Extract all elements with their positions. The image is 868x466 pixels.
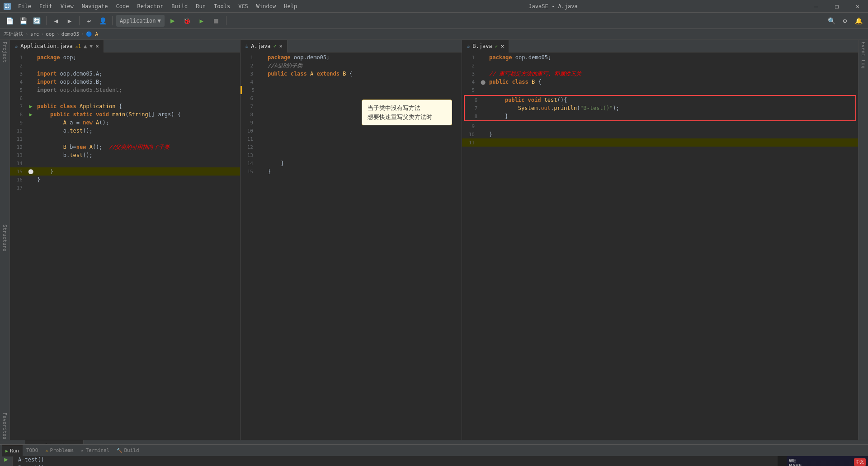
breadcrumb-item-oop[interactable]: oop xyxy=(46,31,55,37)
menu-vcs[interactable]: VCS xyxy=(235,2,252,10)
terminal-tab[interactable]: ▸ Terminal xyxy=(77,445,113,456)
code-line: 10 a.test(); xyxy=(10,127,240,135)
new-file-button[interactable]: 📄 xyxy=(4,15,15,27)
tab-close-2[interactable]: ✕ xyxy=(279,43,283,49)
sync-button[interactable]: 🔄 xyxy=(31,15,42,27)
code-line: 13 xyxy=(241,151,462,159)
forward-button[interactable]: ▶ xyxy=(64,15,75,27)
code-line: 5 xyxy=(462,86,858,94)
open-button[interactable]: 💾 xyxy=(17,15,29,27)
menu-navigate[interactable]: Navigate xyxy=(78,2,112,10)
code-line: 11 xyxy=(10,135,240,143)
titlebar: IJ File Edit View Navigate Code Refactor… xyxy=(0,0,868,13)
file-icon-2: ☕ xyxy=(245,43,248,49)
user-button[interactable]: 👤 xyxy=(97,15,108,27)
project-panel-label[interactable]: Project xyxy=(0,42,9,62)
minimize-button[interactable]: — xyxy=(806,0,826,13)
run-config-dropdown-icon: ▼ xyxy=(157,18,160,24)
tab-close-3[interactable]: ✕ xyxy=(501,43,504,49)
tab-close-1[interactable]: ✕ xyxy=(95,43,99,49)
code-line: 3 // 重写都是方法的重写, 和属性无关 xyxy=(462,70,858,78)
menu-help[interactable]: Help xyxy=(280,2,301,10)
build-label: Build xyxy=(124,447,139,453)
tab-b-java[interactable]: ☕ B.java ✓ ✕ xyxy=(462,40,509,52)
code-line: 4 import oop.demo05.B; xyxy=(10,78,240,86)
code-line: 10 } xyxy=(462,130,858,138)
toolbar-sep-1 xyxy=(46,16,47,25)
code-line: 3 public class A extends B { xyxy=(241,70,462,78)
code-line: 1 package oop; xyxy=(10,53,240,62)
todo-tab[interactable]: TODO xyxy=(23,445,42,456)
tab-label-3: B.java xyxy=(472,43,492,49)
run-config-selector[interactable]: Application ▼ xyxy=(116,15,165,27)
menu-code[interactable]: Code xyxy=(113,2,133,10)
structure-panel-label[interactable]: Structure xyxy=(0,224,9,252)
code-line: 1 package oop.demo05; xyxy=(462,53,858,62)
close-button[interactable]: ✕ xyxy=(847,0,868,13)
mascot-image: 🐼 🐻 中文 WEBAREBEARS xyxy=(787,456,868,466)
breadcrumb-sep-3: › xyxy=(57,31,60,37)
tab-warning-1: ⚠1 xyxy=(75,44,81,49)
update-button[interactable]: 🔔 xyxy=(853,15,864,27)
code-line: 11 xyxy=(462,138,858,147)
code-line: 14 xyxy=(10,159,240,167)
code-line: 11 xyxy=(241,135,462,143)
back-button[interactable]: ◀ xyxy=(50,15,62,27)
output-text: A-test() xyxy=(18,456,44,463)
menu-refactor[interactable]: Refactor xyxy=(133,2,167,10)
breadcrumb-item-a[interactable]: 🔵 A xyxy=(86,31,98,37)
maximize-button[interactable]: ❐ xyxy=(826,0,847,13)
tab-application-java[interactable]: ☕ Application.java ⚠1 ▲ ▼ ✕ xyxy=(10,40,104,52)
menu-tools[interactable]: Tools xyxy=(210,2,234,10)
debug-button[interactable]: 🐞 xyxy=(181,14,193,27)
undo-button[interactable]: ↩ xyxy=(83,15,95,27)
toolbar-sep-4 xyxy=(226,16,226,25)
run-button[interactable]: ▶ xyxy=(166,14,179,27)
bubble-line-1: 当子类中没有写方法 xyxy=(368,104,446,113)
bottom-tool-tabs: ▶ Run TODO ⚠ Problems ▸ Terminal 🔨 Build xyxy=(0,444,868,456)
tab-label-1: Application.java xyxy=(20,43,73,49)
breadcrumb: 基础语法 › src › oop › demo05 › 🔵 A xyxy=(0,29,868,40)
breadcrumb-item-src[interactable]: src xyxy=(30,31,39,37)
stop-button[interactable]: ■ xyxy=(210,14,222,27)
run-with-coverage-button[interactable]: ▶ xyxy=(195,14,208,27)
tab-a-java[interactable]: ☕ A.java ✓ ✕ xyxy=(241,40,288,52)
code-line: 7 ▶ public class Application { xyxy=(10,102,240,110)
menu-view[interactable]: View xyxy=(57,2,77,10)
settings-button[interactable]: ⚙ xyxy=(839,15,851,27)
code-line: 15 } xyxy=(241,167,462,176)
menu-build[interactable]: Build xyxy=(168,2,191,10)
run-bottom-tab[interactable]: ▶ Run xyxy=(2,445,23,456)
build-tab[interactable]: 🔨 Build xyxy=(113,445,142,456)
terminal-icon: ▸ xyxy=(81,448,84,453)
run-bottom-icon: ▶ xyxy=(5,448,8,453)
editor-panel-3: ☕ B.java ✓ ✕ 1 package oop.demo05; 2 xyxy=(462,40,858,440)
code-line: 10 xyxy=(241,127,462,135)
build-icon: 🔨 xyxy=(117,448,122,453)
menu-run[interactable]: Run xyxy=(192,2,209,10)
editor-panel-1: ☕ Application.java ⚠1 ▲ ▼ ✕ 1 package oo… xyxy=(10,40,241,440)
code-line: 6 public void test(){ xyxy=(465,96,855,104)
tab-gutter-up[interactable]: ▲ xyxy=(84,43,87,49)
code-line: 2 xyxy=(10,62,240,70)
menu-window[interactable]: Window xyxy=(253,2,279,10)
menu-edit[interactable]: Edit xyxy=(36,2,56,10)
editor-2-tabs: ☕ A.java ✓ ✕ xyxy=(241,40,462,52)
right-sidebar: Event Log xyxy=(858,40,868,440)
breadcrumb-item-demo05[interactable]: demo05 xyxy=(61,31,80,37)
titlebar-controls: — ❐ ✕ xyxy=(806,0,868,13)
code-line: 4 xyxy=(241,78,462,86)
problems-label: Problems xyxy=(50,447,74,453)
left-sidebar: Project Structure Favorites xyxy=(0,40,10,440)
breadcrumb-item-root[interactable]: 基础语法 xyxy=(4,31,24,38)
event-log-label[interactable]: Event Log xyxy=(859,42,868,69)
favorites-panel-label[interactable]: Favorites xyxy=(0,413,9,440)
tab-ok-2: ✓ xyxy=(274,43,277,49)
tab-gutter-down[interactable]: ▼ xyxy=(90,43,93,49)
problems-tab[interactable]: ⚠ Problems xyxy=(42,445,77,456)
run-bottom-label: Run xyxy=(10,448,19,454)
breadcrumb-sep-1: › xyxy=(25,31,28,37)
search-button[interactable]: 🔍 xyxy=(826,15,837,27)
menu-file[interactable]: File xyxy=(14,2,35,10)
output-line: B-test() xyxy=(18,464,772,466)
